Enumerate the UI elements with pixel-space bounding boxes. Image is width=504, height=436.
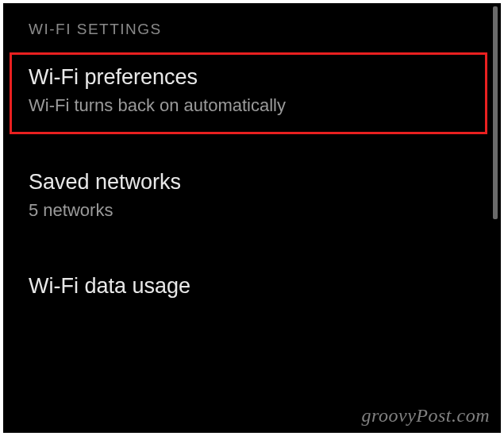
section-header: WI-FI SETTINGS: [3, 3, 501, 49]
spacer: [3, 133, 501, 154]
settings-screen: WI-FI SETTINGS Wi-Fi preferences Wi-Fi t…: [3, 3, 501, 433]
spacer: [3, 237, 501, 258]
wifi-data-usage-item[interactable]: Wi-Fi data usage: [3, 258, 501, 316]
saved-networks-subtitle: 5 networks: [29, 199, 475, 222]
scrollbar[interactable]: [493, 6, 498, 219]
saved-networks-item[interactable]: Saved networks 5 networks: [3, 154, 501, 238]
watermark: groovyPost.com: [362, 405, 490, 426]
saved-networks-title: Saved networks: [29, 168, 475, 196]
wifi-preferences-title: Wi-Fi preferences: [29, 64, 475, 91]
wifi-preferences-subtitle: Wi-Fi turns back on automatically: [29, 95, 475, 118]
wifi-data-usage-title: Wi-Fi data usage: [29, 272, 475, 300]
wifi-preferences-item[interactable]: Wi-Fi preferences Wi-Fi turns back on au…: [3, 49, 501, 133]
